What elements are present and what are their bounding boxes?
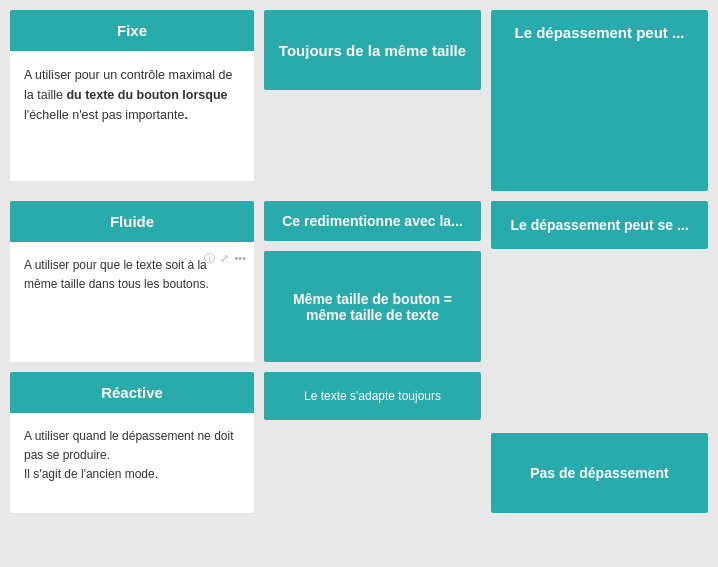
pas-depassement-button[interactable]: Pas de dépassement <box>491 433 708 513</box>
depassement-peut-se-button[interactable]: Le dépassement peut se ... <box>491 201 708 249</box>
texte-adapte-button[interactable]: Le texte s'adapte toujours <box>264 372 481 420</box>
fixe-header: Fixe <box>10 10 254 51</box>
fixe-bold-text: du texte du bouton lorsque <box>66 88 227 102</box>
fluide-body: ⓘ ⤢ ••• A utiliser pour que le texte soi… <box>10 242 254 362</box>
fixe-section: Fixe A utiliser pour un contrôle maximal… <box>10 10 254 181</box>
fluide-mid-col: Ce redimentionne avec la... Même taille … <box>264 201 481 362</box>
fixe-body: A utiliser pour un contrôle maximal de l… <box>10 51 254 181</box>
reactive-section: Réactive A utiliser quand le dépassement… <box>10 372 254 513</box>
reactive-body: A utiliser quand le dépassement ne doit … <box>10 413 254 513</box>
fluide-section: Fluide ⓘ ⤢ ••• A utiliser pour que le te… <box>10 201 254 362</box>
reactive-header: Réactive <box>10 372 254 413</box>
fluide-icons: ⓘ ⤢ ••• <box>204 250 246 268</box>
toujours-meme-taille-button[interactable]: Toujours de la même taille <box>264 10 481 90</box>
info-icon: ⓘ <box>204 250 215 268</box>
ce-redimentionne-button[interactable]: Ce redimentionne avec la... <box>264 201 481 241</box>
expand-icon: ⤢ <box>220 250 229 268</box>
fluide-header: Fluide <box>10 201 254 242</box>
meme-taille-bouton-button[interactable]: Même taille de bouton = même taille de t… <box>264 251 481 362</box>
depassement-peut-button[interactable]: Le dépassement peut ... <box>491 10 708 191</box>
more-icon: ••• <box>234 250 246 268</box>
fluide-right-col: Le dépassement peut se ... <box>491 201 708 362</box>
